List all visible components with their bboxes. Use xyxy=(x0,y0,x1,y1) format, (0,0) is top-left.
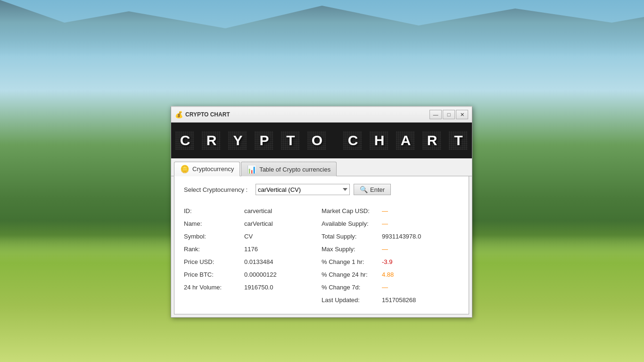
name-value: carVertical xyxy=(244,220,273,227)
title-bar-left: 💰 CRYPTO CHART xyxy=(175,111,230,118)
close-button[interactable]: ✕ xyxy=(456,110,468,119)
title-bar: 💰 CRYPTO CHART — □ ✕ xyxy=(171,107,472,123)
name-label: Name: xyxy=(184,220,240,227)
select-wrapper: carVertical (CV) Bitcoin (BTC) Ethereum … xyxy=(256,184,391,195)
info-change-24hr: % Change 24 hr: 4.88 xyxy=(322,268,459,281)
letter-H: H xyxy=(367,128,391,153)
app-icon: 💰 xyxy=(175,111,182,118)
tab-cryptocurrency[interactable]: 🪙 Cryptocurrency xyxy=(174,162,240,176)
info-name: Name: carVertical xyxy=(184,217,322,230)
minimize-button[interactable]: — xyxy=(429,110,442,119)
cryptocurrency-tab-icon: 🪙 xyxy=(180,165,190,173)
right-column: Market Cap USD: — Available Supply: — To… xyxy=(322,205,459,306)
change-24hr-label: % Change 24 hr: xyxy=(322,271,378,278)
info-rank: Rank: 1176 xyxy=(184,243,322,255)
select-label: Select Cryptocurrency : xyxy=(184,186,250,193)
enter-icon: 🔍 xyxy=(360,186,368,193)
total-supply-label: Total Supply: xyxy=(322,233,378,240)
app-header-banner: C R Y P T O C H A R T xyxy=(171,123,472,158)
content-area: Select Cryptocurrency : carVertical (CV)… xyxy=(174,176,469,314)
total-supply-value: 9931143978.0 xyxy=(382,233,421,240)
info-max-supply: Max Supply: — xyxy=(322,243,459,255)
info-price-usd: Price USD: 0.0133484 xyxy=(184,255,322,268)
change-7d-value: — xyxy=(382,284,388,291)
table-tab-icon: 📊 xyxy=(247,165,256,174)
cryptocurrency-select[interactable]: carVertical (CV) Bitcoin (BTC) Ethereum … xyxy=(256,184,350,195)
letter-C2: C xyxy=(340,128,365,153)
info-last-updated: Last Updated: 1517058268 xyxy=(322,294,459,306)
letter-O: O xyxy=(305,128,329,153)
enter-label: Enter xyxy=(370,186,385,193)
last-updated-value: 1517058268 xyxy=(382,296,416,304)
symbol-value: CV xyxy=(244,233,253,240)
title-controls: — □ ✕ xyxy=(429,110,468,119)
letter-T2: T xyxy=(446,128,471,153)
change-1hr-label: % Change 1 hr: xyxy=(322,258,378,265)
price-btc-label: Price BTC: xyxy=(184,271,240,278)
info-grid: ID: carvertical Name: carVertical Symbol… xyxy=(184,205,459,306)
info-available-supply: Available Supply: — xyxy=(322,217,459,230)
price-usd-label: Price USD: xyxy=(184,258,240,265)
available-supply-label: Available Supply: xyxy=(322,220,378,227)
id-label: ID: xyxy=(184,207,240,214)
maximize-button[interactable]: □ xyxy=(443,110,455,119)
id-value: carvertical xyxy=(244,207,272,214)
info-symbol: Symbol: CV xyxy=(184,230,322,243)
cryptocurrency-tab-label: Cryptocurrency xyxy=(192,165,234,173)
tabs-container: 🪙 Cryptocurrency 📊 Table of Crypto curre… xyxy=(171,158,472,176)
price-btc-value: 0.00000122 xyxy=(244,271,277,278)
letter-A: A xyxy=(393,128,418,153)
tab-table[interactable]: 📊 Table of Crypto currencies xyxy=(241,162,337,176)
info-change-7d: % Change 7d: — xyxy=(322,281,459,294)
max-supply-label: Max Supply: xyxy=(322,246,378,253)
rank-value: 1176 xyxy=(244,246,258,253)
info-price-btc: Price BTC: 0.00000122 xyxy=(184,268,322,281)
rank-label: Rank: xyxy=(184,246,240,253)
enter-button[interactable]: 🔍 Enter xyxy=(354,184,391,195)
max-supply-value: — xyxy=(382,246,388,253)
app-window: 💰 CRYPTO CHART — □ ✕ C R Y P T O C H A R… xyxy=(171,106,472,318)
change-1hr-value: -3.9 xyxy=(382,258,392,265)
letter-C: C xyxy=(173,128,197,153)
window-title: CRYPTO CHART xyxy=(185,111,230,118)
info-id: ID: carvertical xyxy=(184,205,322,217)
price-usd-value: 0.0133484 xyxy=(244,258,273,265)
table-tab-label: Table of Crypto currencies xyxy=(259,166,330,173)
info-total-supply: Total Supply: 9931143978.0 xyxy=(322,230,459,243)
letter-R: R xyxy=(199,128,223,153)
info-volume: 24 hr Volume: 1916750.0 xyxy=(184,281,322,294)
change-7d-label: % Change 7d: xyxy=(322,284,378,291)
left-column: ID: carvertical Name: carVertical Symbol… xyxy=(184,205,322,306)
letter-T: T xyxy=(278,128,303,153)
crypto-chart-title: C R Y P T O C H A R T xyxy=(173,128,471,153)
available-supply-value: — xyxy=(382,220,388,227)
letter-Y: Y xyxy=(225,128,250,153)
info-market-cap: Market Cap USD: — xyxy=(322,205,459,217)
volume-label: 24 hr Volume: xyxy=(184,284,240,291)
market-cap-value: — xyxy=(382,207,388,214)
info-change-1hr: % Change 1 hr: -3.9 xyxy=(322,255,459,268)
volume-value: 1916750.0 xyxy=(244,284,273,291)
market-cap-label: Market Cap USD: xyxy=(322,207,378,214)
letter-P: P xyxy=(252,128,276,153)
change-24hr-value: 4.88 xyxy=(382,271,394,278)
last-updated-label: Last Updated: xyxy=(322,296,378,304)
letter-R2: R xyxy=(420,128,444,153)
symbol-label: Symbol: xyxy=(184,233,240,240)
form-row: Select Cryptocurrency : carVertical (CV)… xyxy=(184,184,459,195)
